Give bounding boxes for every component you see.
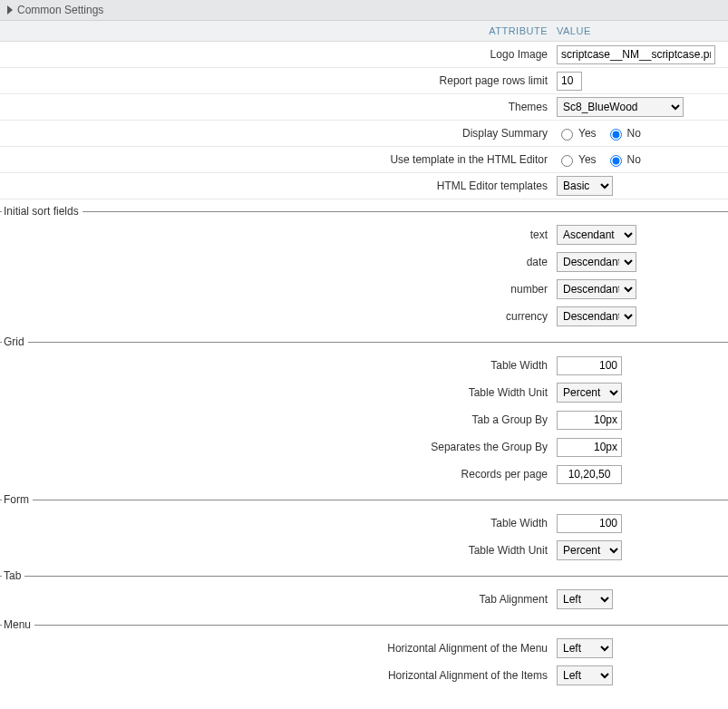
row-logo: Logo Image <box>0 42 728 68</box>
logo-input[interactable] <box>557 45 715 64</box>
form-legend: Form <box>2 493 33 506</box>
sort-legend: Initial sort fields <box>2 205 83 218</box>
sort-date-label: date <box>0 256 553 268</box>
menu-legend: Menu <box>2 618 34 631</box>
html-tpl-label: HTML Editor templates <box>0 180 553 192</box>
sort-text-select[interactable]: Ascendant <box>557 225 636 245</box>
collapse-icon <box>7 5 13 15</box>
grid-rpp-input[interactable] <box>557 465 622 484</box>
row-rows-limit: Report page rows limit <box>0 68 728 94</box>
fieldset-menu: Menu Horizontal Alignment of the Menu Le… <box>0 618 728 689</box>
themes-select[interactable]: Sc8_BlueWood <box>557 97 684 117</box>
grid-twu-select[interactable]: Percent <box>557 383 622 403</box>
row-html-templates: HTML Editor templates Basic <box>0 173 728 199</box>
summary-no-radio[interactable] <box>610 129 622 141</box>
fieldset-form: Form Table Width Table Width Unit Percen… <box>0 493 728 564</box>
grid-tab-label: Tab a Group By <box>0 413 553 426</box>
grid-tw-input[interactable] <box>557 356 622 375</box>
row-use-template: Use template in the HTML Editor Yes No <box>0 147 728 173</box>
tab-legend: Tab <box>2 569 24 582</box>
grid-sep-label: Separates the Group By <box>0 441 553 453</box>
col-value: VALUE <box>553 21 591 41</box>
summary-label: Display Summary <box>0 127 553 140</box>
sort-currency-select[interactable]: Descendant <box>557 306 636 326</box>
themes-label: Themes <box>0 101 553 113</box>
col-attribute: ATTRIBUTE <box>0 21 553 41</box>
grid-twu-label: Table Width Unit <box>0 386 553 399</box>
summary-no-option[interactable]: No <box>606 126 641 141</box>
fieldset-sort: Initial sort fields text Ascendant date … <box>0 205 728 330</box>
menu-hmenu-select[interactable]: Left <box>557 638 613 658</box>
row-display-summary: Display Summary Yes No <box>0 121 728 147</box>
sort-currency-label: currency <box>0 310 553 323</box>
template-yes-option[interactable]: Yes <box>557 152 597 167</box>
rows-label: Report page rows limit <box>0 74 553 87</box>
grid-tw-label: Table Width <box>0 359 553 372</box>
grid-tab-input[interactable] <box>557 411 622 430</box>
fieldset-tab: Tab Tab Alignment Left <box>0 569 728 613</box>
sort-number-select[interactable]: Descendant <box>557 279 636 299</box>
section-title: Common Settings <box>17 4 103 16</box>
sort-text-label: text <box>0 228 553 241</box>
menu-hitems-select[interactable]: Left <box>557 665 613 685</box>
summary-yes-radio[interactable] <box>561 129 573 141</box>
form-twu-label: Table Width Unit <box>0 544 553 557</box>
template-no-option[interactable]: No <box>606 152 641 167</box>
menu-hmenu-label: Horizontal Alignment of the Menu <box>0 642 553 655</box>
fieldset-grid: Grid Table Width Table Width Unit Percen… <box>0 335 728 488</box>
summary-yes-option[interactable]: Yes <box>557 126 597 141</box>
template-label: Use template in the HTML Editor <box>0 153 553 166</box>
sort-date-select[interactable]: Descendant <box>557 252 636 272</box>
section-header[interactable]: Common Settings <box>0 0 728 21</box>
tab-align-select[interactable]: Left <box>557 589 613 609</box>
menu-hitems-label: Horizontal Alignment of the Items <box>0 669 553 682</box>
sort-number-label: number <box>0 283 553 296</box>
grid-rpp-label: Records per page <box>0 468 553 481</box>
grid-sep-input[interactable] <box>557 438 622 457</box>
column-header: ATTRIBUTE VALUE <box>0 21 728 42</box>
row-themes: Themes Sc8_BlueWood <box>0 94 728 121</box>
rows-input[interactable] <box>557 72 582 91</box>
tab-align-label: Tab Alignment <box>0 593 553 606</box>
form-twu-select[interactable]: Percent <box>557 540 622 560</box>
grid-legend: Grid <box>2 335 28 348</box>
logo-label: Logo Image <box>0 48 553 61</box>
html-tpl-select[interactable]: Basic <box>557 176 613 196</box>
form-tw-label: Table Width <box>0 517 553 529</box>
template-no-radio[interactable] <box>610 155 622 167</box>
form-tw-input[interactable] <box>557 514 622 533</box>
template-yes-radio[interactable] <box>561 155 573 167</box>
